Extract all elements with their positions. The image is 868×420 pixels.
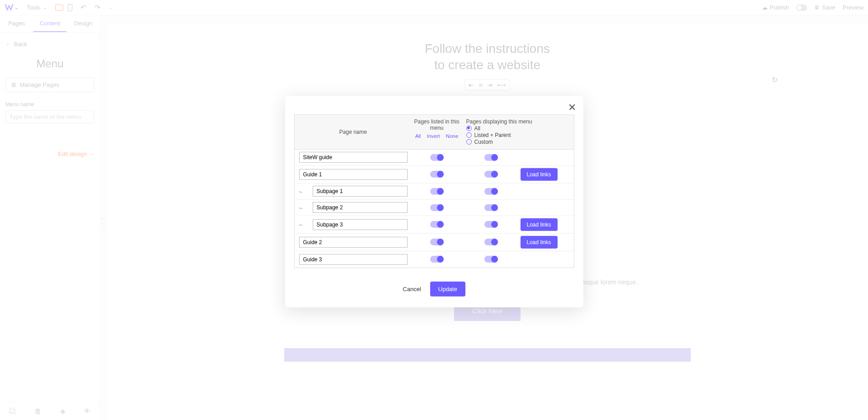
radio-custom[interactable]: Custom [466, 138, 569, 145]
display-toggle[interactable] [484, 171, 498, 178]
page-name-input[interactable] [299, 169, 408, 179]
radio-listed-parent[interactable]: Listed + Parent [466, 132, 569, 138]
filter-none[interactable]: None [446, 133, 459, 138]
load-links-button[interactable]: Load links [521, 218, 558, 231]
subpage-indent-icon: ⌙ [299, 189, 305, 193]
radio-icon [466, 139, 472, 144]
display-toggle[interactable] [484, 239, 498, 245]
radio-all[interactable]: All [466, 125, 569, 131]
page-name-input[interactable] [299, 236, 408, 247]
page-name-input[interactable] [299, 152, 408, 163]
display-toggle[interactable] [484, 188, 498, 194]
col-pages-listed: Pages listed in this menu All Invert Non… [408, 118, 466, 145]
page-name-input[interactable] [313, 219, 408, 230]
listed-toggle[interactable] [430, 154, 444, 160]
modal-header: Page name Pages listed in this menu All … [295, 114, 574, 149]
listed-toggle[interactable] [430, 239, 444, 245]
display-toggle[interactable] [484, 204, 498, 211]
close-icon[interactable]: ✕ [568, 101, 576, 113]
filter-invert[interactable]: Invert [427, 133, 440, 138]
display-toggle[interactable] [484, 154, 498, 160]
display-toggle[interactable] [484, 221, 498, 228]
page-row [295, 149, 574, 165]
page-row: ⌙ [295, 183, 574, 199]
page-row: ⌙ [295, 199, 574, 216]
update-button[interactable]: Update [430, 281, 465, 296]
cancel-button[interactable]: Cancel [403, 285, 421, 292]
listed-toggle[interactable] [430, 221, 444, 228]
listed-toggle[interactable] [430, 204, 444, 211]
menu-pages-modal: ✕ Page name Pages listed in this menu Al… [285, 96, 583, 307]
page-name-input[interactable] [313, 186, 408, 197]
load-links-button[interactable]: Load links [521, 236, 558, 248]
listed-toggle[interactable] [430, 188, 444, 194]
page-name-input[interactable] [313, 202, 408, 213]
filter-all[interactable]: All [415, 133, 421, 138]
load-links-button[interactable]: Load links [521, 168, 558, 180]
page-row [295, 251, 574, 267]
page-row: Load links [295, 165, 574, 183]
radio-icon [466, 125, 472, 131]
display-toggle[interactable] [484, 256, 498, 263]
page-row: Load links [295, 233, 574, 251]
page-row: ⌙Load links [295, 216, 574, 233]
listed-toggle[interactable] [430, 256, 444, 263]
listed-toggle[interactable] [430, 171, 444, 178]
subpage-indent-icon: ⌙ [299, 205, 305, 210]
subpage-indent-icon: ⌙ [299, 222, 305, 227]
page-name-input[interactable] [299, 254, 408, 264]
col-pages-displaying: Pages displaying this menu All Listed + … [466, 118, 569, 145]
radio-icon [466, 132, 472, 137]
col-page-name: Page name [299, 118, 408, 145]
